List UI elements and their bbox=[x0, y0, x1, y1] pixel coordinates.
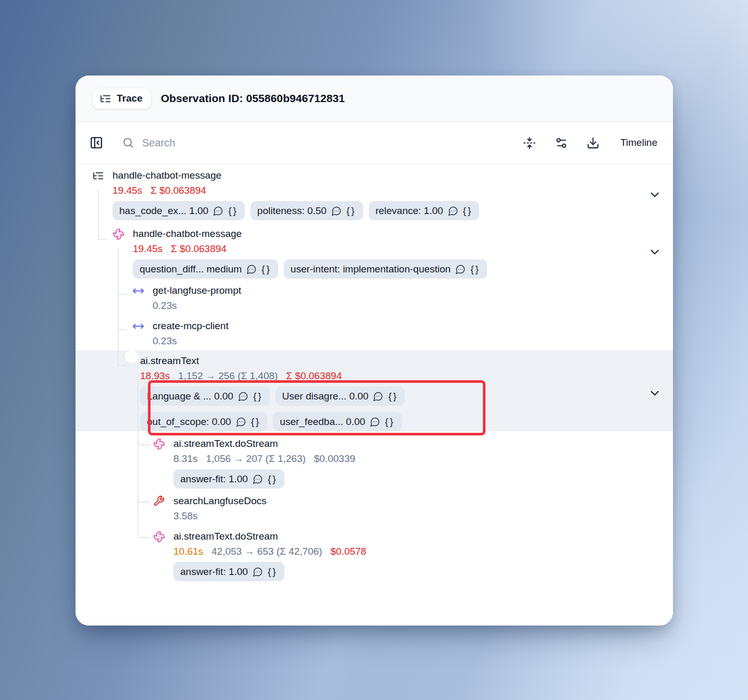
comment-bubble-icon bbox=[331, 206, 342, 216]
score-badge[interactable]: user-intent: implementation-question {} bbox=[284, 259, 487, 279]
score-metadata: {} bbox=[251, 416, 261, 428]
score-badge[interactable]: has_code_ex... 1.00 {} bbox=[113, 201, 245, 220]
generation-fan-icon bbox=[153, 530, 165, 543]
search-icon bbox=[122, 136, 134, 149]
score-metadata: {} bbox=[268, 566, 278, 578]
row-duration: 18.93s bbox=[140, 370, 170, 382]
score-badge[interactable]: Language & ... 0.00 {} bbox=[140, 386, 270, 406]
settings-sliders-icon bbox=[555, 136, 568, 149]
row-title: ai.streamText.doStream bbox=[173, 531, 366, 542]
timeline-toggle[interactable]: Timeline bbox=[620, 137, 657, 148]
generation-fan-icon bbox=[112, 228, 124, 240]
row-title: handle-chatbot-message bbox=[113, 170, 479, 181]
row-duration: 10.61s bbox=[173, 546, 203, 557]
score-badge[interactable]: user_feedba... 0.00 {} bbox=[273, 412, 401, 431]
comment-bubble-icon bbox=[253, 474, 263, 484]
score-badge-text: out_of_scope: 0.00 bbox=[147, 416, 231, 428]
row-tokens: 1,152 → 256 (Σ 1,408) bbox=[178, 370, 278, 382]
tree-row-span[interactable]: get-langfuse-prompt 0.23s bbox=[76, 285, 673, 311]
row-duration: 3.58s bbox=[173, 510, 197, 522]
score-metadata: {} bbox=[228, 205, 238, 217]
row-total-cost: Σ $0.063894 bbox=[151, 185, 206, 196]
score-badge-text: relevance: 1.00 bbox=[376, 205, 443, 217]
tree-row-tool[interactable]: searchLangfuseDocs 3.58s bbox=[76, 495, 673, 522]
row-title: ai.streamText bbox=[140, 355, 405, 367]
comment-bubble-icon bbox=[455, 264, 466, 274]
score-metadata: {} bbox=[268, 473, 278, 485]
download-button[interactable] bbox=[587, 136, 600, 149]
score-badge[interactable]: relevance: 1.00 {} bbox=[369, 201, 480, 220]
row-title: ai.streamText.doStream bbox=[173, 438, 355, 449]
row-duration: 0.23s bbox=[153, 335, 177, 347]
score-metadata: {} bbox=[388, 390, 398, 402]
score-badge-text: has_code_ex... 1.00 bbox=[119, 205, 208, 217]
score-metadata: {} bbox=[385, 416, 395, 428]
tree-row-span[interactable]: create-mcp-client 0.23s bbox=[76, 320, 673, 347]
toolbar: Timeline bbox=[76, 122, 673, 164]
trace-badge[interactable]: Trace bbox=[93, 89, 151, 109]
row-total-cost: Σ $0.063894 bbox=[171, 243, 227, 255]
tree-row-generation[interactable]: handle-chatbot-message 19.45s Σ $0.06389… bbox=[76, 228, 673, 279]
trace-detail-panel: Trace Observation ID: 055860b946712831 bbox=[76, 76, 673, 626]
search-input[interactable] bbox=[142, 137, 455, 149]
row-title: searchLangfuseDocs bbox=[173, 495, 267, 507]
score-badge-text: politeness: 0.50 bbox=[257, 205, 327, 217]
download-icon bbox=[587, 136, 600, 149]
comment-bubble-icon bbox=[370, 417, 380, 427]
span-arrows-icon bbox=[132, 284, 144, 297]
trace-tree: handle-chatbot-message 19.45s Σ $0.06389… bbox=[76, 164, 673, 626]
row-cost: $0.00339 bbox=[314, 453, 355, 465]
row-total-cost: Σ $0.063894 bbox=[286, 370, 342, 382]
score-badge-text: answer-fit: 1.00 bbox=[180, 566, 248, 578]
score-metadata: {} bbox=[470, 263, 480, 275]
page-title: Observation ID: 055860b946712831 bbox=[161, 92, 345, 105]
list-tree-icon bbox=[92, 169, 104, 182]
comment-bubble-icon bbox=[238, 391, 248, 402]
comment-bubble-icon bbox=[213, 206, 223, 216]
score-badge-text: answer-fit: 1.00 bbox=[180, 473, 248, 485]
score-badge[interactable]: answer-fit: 1.00 {} bbox=[173, 469, 284, 489]
tree-row-span-selected[interactable]: ai.streamText 18.93s 1,152 → 256 (Σ 1,40… bbox=[76, 355, 673, 431]
view-settings-button[interactable] bbox=[555, 136, 568, 149]
score-metadata: {} bbox=[253, 390, 263, 402]
score-badge[interactable]: question_diff... medium {} bbox=[133, 259, 278, 279]
wrench-icon bbox=[153, 495, 165, 507]
span-arrows-icon bbox=[125, 351, 139, 363]
search-box bbox=[122, 136, 523, 149]
panel-header: Trace Observation ID: 055860b946712831 bbox=[76, 76, 673, 122]
comment-bubble-icon bbox=[448, 206, 458, 216]
collapse-all-button[interactable] bbox=[523, 136, 536, 149]
score-badge-text: User disagre... 0.00 bbox=[282, 390, 369, 402]
row-tokens: 42,053 → 653 (Σ 42,706) bbox=[211, 546, 322, 557]
score-badge[interactable]: answer-fit: 1.00 {} bbox=[173, 562, 284, 581]
row-duration: 8.31s bbox=[173, 453, 197, 465]
comment-bubble-icon bbox=[373, 391, 383, 402]
row-title: get-langfuse-prompt bbox=[153, 285, 241, 296]
score-badge[interactable]: out_of_scope: 0.00 {} bbox=[140, 412, 267, 431]
score-metadata: {} bbox=[346, 205, 356, 217]
comment-bubble-icon bbox=[253, 567, 263, 577]
score-badge[interactable]: politeness: 0.50 {} bbox=[251, 201, 363, 220]
score-metadata: {} bbox=[261, 263, 271, 275]
row-cost: $0.0578 bbox=[331, 546, 367, 557]
score-metadata: {} bbox=[463, 205, 473, 217]
row-tokens: 1,056 → 207 (Σ 1,263) bbox=[206, 453, 305, 465]
comment-bubble-icon bbox=[246, 264, 257, 274]
trace-badge-label: Trace bbox=[117, 93, 143, 104]
tree-row-trace-root[interactable]: handle-chatbot-message 19.45s Σ $0.06389… bbox=[76, 170, 673, 220]
score-badge[interactable]: User disagre... 0.00 {} bbox=[276, 386, 405, 406]
tree-row-generation[interactable]: ai.streamText.doStream 8.31s 1,056 → 207… bbox=[76, 438, 673, 489]
tree-row-generation[interactable]: ai.streamText.doStream 10.61s 42,053 → 6… bbox=[76, 531, 673, 581]
score-badge-text: user-intent: implementation-question bbox=[291, 263, 451, 275]
list-tree-icon bbox=[99, 93, 111, 105]
score-badge-text: question_diff... medium bbox=[140, 263, 242, 275]
panel-left-close-icon bbox=[90, 136, 103, 149]
score-badge-text: user_feedba... 0.00 bbox=[280, 416, 365, 428]
row-title: create-mcp-client bbox=[153, 320, 229, 332]
row-duration: 19.45s bbox=[113, 185, 142, 196]
toolbar-actions: Timeline bbox=[523, 136, 657, 149]
score-badge-text: Language & ... 0.00 bbox=[147, 390, 233, 402]
row-duration: 0.23s bbox=[153, 300, 177, 311]
collapse-panel-button[interactable] bbox=[90, 136, 103, 149]
row-title: handle-chatbot-message bbox=[133, 228, 487, 240]
